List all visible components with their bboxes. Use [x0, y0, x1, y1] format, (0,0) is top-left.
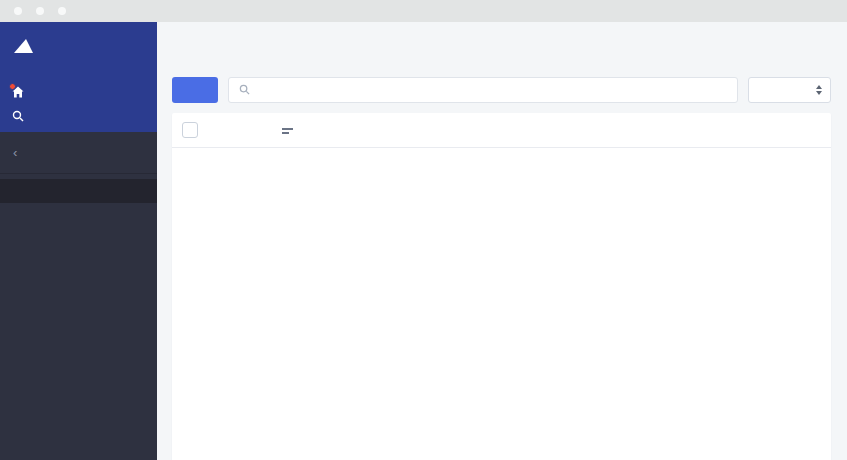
select-stepper-icon: [816, 85, 822, 95]
search-input[interactable]: [257, 83, 727, 97]
notification-badge: [9, 83, 16, 90]
home-icon: [12, 86, 24, 98]
search-icon: [12, 110, 24, 124]
select-all-checkbox[interactable]: [182, 122, 198, 138]
submenu-item-view[interactable]: [0, 179, 157, 203]
chevron-left-icon: ‹: [13, 145, 17, 160]
submenu-list: [0, 179, 157, 299]
submenu-header-products[interactable]: ‹: [0, 132, 157, 174]
bigcommerce-logo-icon: [12, 38, 34, 54]
window-title-bar: [0, 0, 847, 22]
window-control-icon[interactable]: [58, 7, 66, 15]
submenu-item-search[interactable]: [0, 227, 157, 251]
submenu-item-brands[interactable]: [0, 421, 157, 445]
submenu-item-add[interactable]: [0, 203, 157, 227]
submenu-item-product-filtering[interactable]: [0, 373, 157, 397]
submenu-item-import[interactable]: [0, 251, 157, 275]
sort-icon[interactable]: [282, 128, 293, 136]
search-icon: [239, 81, 250, 99]
sidebar-item-search[interactable]: [12, 107, 32, 127]
app-window: ‹: [0, 22, 847, 460]
submenu-item-product-options[interactable]: [0, 349, 157, 373]
add-button[interactable]: [172, 77, 218, 103]
submenu-item-export[interactable]: [0, 275, 157, 299]
submenu-item-product-categories[interactable]: [0, 325, 157, 349]
submenu-list-secondary: [0, 325, 157, 460]
submenu-item-product-reviews[interactable]: [0, 397, 157, 421]
main-content: [157, 22, 847, 460]
sidebar-item-dashboard[interactable]: [12, 82, 32, 102]
products-submenu-panel: ‹: [0, 132, 157, 460]
bigcommerce-logo[interactable]: [12, 38, 35, 54]
window-control-icon[interactable]: [36, 7, 44, 15]
product-filter-select[interactable]: [748, 77, 831, 103]
sidebar: ‹: [0, 22, 157, 460]
table-header-row: [172, 113, 831, 148]
window-control-icon[interactable]: [14, 7, 22, 15]
product-search-bar: [228, 77, 738, 103]
products-table: [172, 113, 831, 460]
submenu-item-import-product-skus[interactable]: [0, 445, 157, 460]
